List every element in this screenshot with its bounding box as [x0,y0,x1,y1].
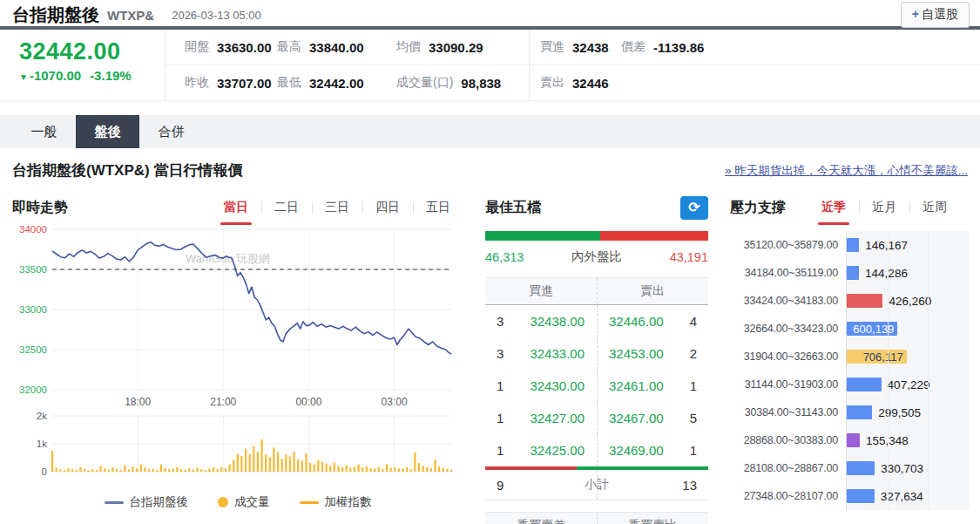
pressure-tab-week[interactable]: 近周 [909,198,960,217]
bid-price: 32430.00 [508,378,597,393]
ask-price: 32469.00 [597,443,686,458]
volume-value: 706,117 [863,350,907,364]
volume-bar [847,266,859,280]
stat-label: 賣出 [540,75,564,91]
grid-line [888,454,889,482]
volume-bar-strip: 155,348 [846,426,970,454]
ask-price: 32446.00 [597,314,686,329]
tab-combined[interactable]: 合併 [139,115,203,148]
add-watchlist-button[interactable]: +自選股 [901,2,970,28]
ask-qty: 4 [686,314,708,329]
bid-price: 32427.00 [508,411,597,425]
legend-item-futures-series[interactable]: 台指期盤後 [105,494,189,510]
grid-line [888,259,889,287]
stat-label: 買進 [540,39,564,55]
pressure-row[interactable]: 30384.00~31143.00299,505 [730,398,970,426]
pressure-tab-month[interactable]: 近月 [859,198,909,217]
tab-general[interactable]: 一般 [12,115,76,148]
stat-label: 成交量(口) [396,75,453,91]
inner-outer-label: 內外盤比 [548,248,645,265]
grid-line [888,482,889,510]
pressure-row[interactable]: 35120.00~35879.00146,167 [730,231,970,259]
period-tab-5day[interactable]: 五日 [413,198,463,217]
pressure-row[interactable]: 27348.00~28107.00327,634 [730,482,970,510]
refresh-button[interactable]: ⟳ [680,196,708,220]
weighted-index-series-swatch-icon [300,501,319,504]
svg-text:00:00: 00:00 [295,396,321,408]
volume-bar-strip: 600,139 [846,315,970,343]
ask-qty: 2 [686,346,708,361]
pressure-header: 壓力支撐 近季近月近周 [730,193,970,222]
pressure-row[interactable]: 28108.00~28867.00330,703 [730,454,970,482]
volume-bar [847,433,860,447]
center-divider [597,278,598,304]
imbalance-ratio-label: 委買賣比 [597,518,708,524]
section-header: 台指期盤後(WTXP&) 當日行情報價 » 昨天期貨出掉，今天就大漲，心情不美麗… [0,148,980,189]
symbol-code: WTXP& [107,8,154,23]
order-book-row[interactable]: 132430.0032461.001 [485,370,708,402]
volume-bar-strip: 407,229 [846,371,970,398]
pressure-row[interactable]: 31144.00~31903.00407,229 [730,371,970,398]
price-range-label: 30384.00~31143.00 [730,406,838,419]
stat-label: 最低 [277,75,301,91]
svg-text:33500: 33500 [19,264,47,275]
order-book-row[interactable]: 132425.0032469.001 [485,434,708,466]
legend-item-volume-series[interactable]: 成交量 [218,494,270,510]
volume-bar-strip: 426,260 [846,287,970,315]
pressure-row[interactable]: 31904.00~32663.00706,117 [730,343,970,371]
inner-outer-values: 46,313 內外盤比 43,191 [485,248,708,265]
stat-value: 32442.00 [309,76,364,91]
order-book-row[interactable]: 332438.0032446.004 [485,305,708,337]
quote-summary: 32442.00 ▼-1070.00-3.19% 開盤33630.00 最高33… [0,30,980,101]
pressure-row[interactable]: 34184.00~35119.00144,286 [730,259,970,287]
order-book-row[interactable]: 332433.0032453.002 [485,337,708,370]
period-tab-today[interactable]: 當日 [211,198,261,217]
tab-afterhours[interactable]: 盤後 [76,115,139,148]
center-divider [597,305,598,337]
pressure-tab-quarter[interactable]: 近季 [808,198,859,217]
pressure-row[interactable]: 32664.00~33423.00600,139 [730,315,970,343]
svg-text:32500: 32500 [19,344,47,355]
pressure-row[interactable]: 33424.00~34183.00426,260 [730,287,970,315]
order-book-rows: 332438.0032446.004332433.0032453.0021324… [485,305,708,466]
change-percent: -3.19% [90,68,132,83]
period-tab-4day[interactable]: 四日 [362,198,413,217]
volume-bar: 600,139 [847,322,897,336]
inner-outer-ratio-bar [485,231,708,241]
ask-price: 32453.00 [597,346,686,361]
price-range-label: 27348.00~28107.00 [730,490,838,502]
price-change: ▼-1070.00-3.19% [19,68,165,83]
intraday-chart: 340003350033000325003200018:0021:0000:00… [12,222,463,487]
volume-bar-strip: 330,703 [846,454,970,482]
price-range-label: 33424.00~34183.00 [730,295,838,307]
bid-qty: 1 [485,378,508,393]
stat-label: 昨收 [185,75,209,91]
chart-svg: 340003350033000325003200018:0021:0000:00… [12,222,463,484]
forum-post-link[interactable]: » 昨天期貨出掉，今天就大漲，心情不美麗該... [725,163,968,179]
svg-text:34000: 34000 [19,224,47,235]
stats-block: 開盤33630.00 最高33840.00 均價33090.29 昨收33707… [166,30,530,100]
chart-panel-header: 即時走勢 當日二日三日四日五日 [12,193,463,222]
bid-price: 32438.00 [508,314,597,329]
period-tab-2day[interactable]: 二日 [261,198,312,217]
stat-value: 32446 [572,76,609,91]
volume-bar [847,294,882,308]
legend-item-weighted-index-series[interactable]: 加權指數 [300,494,372,510]
grid-line [928,482,929,510]
center-divider [597,470,598,500]
order-book-row[interactable]: 132427.0032467.005 [485,402,708,434]
stat-label: 價差 [621,39,645,55]
svg-text:33000: 33000 [19,304,47,315]
pressure-row[interactable]: 28868.00~30383.00155,348 [730,426,970,454]
volume-value: 407,229 [888,378,930,391]
stat-value: 33090.29 [429,40,483,55]
inner-ratio-segment [485,231,600,241]
futures-series-swatch-icon [105,501,124,504]
svg-text:2k: 2k [37,411,47,421]
grid-line [928,454,929,482]
grid-line [928,426,929,454]
grid-line [888,426,889,454]
price-box: 32442.00 ▼-1070.00-3.19% [0,30,166,100]
chart-title: 即時走勢 [12,199,68,217]
period-tab-3day[interactable]: 三日 [312,198,362,217]
